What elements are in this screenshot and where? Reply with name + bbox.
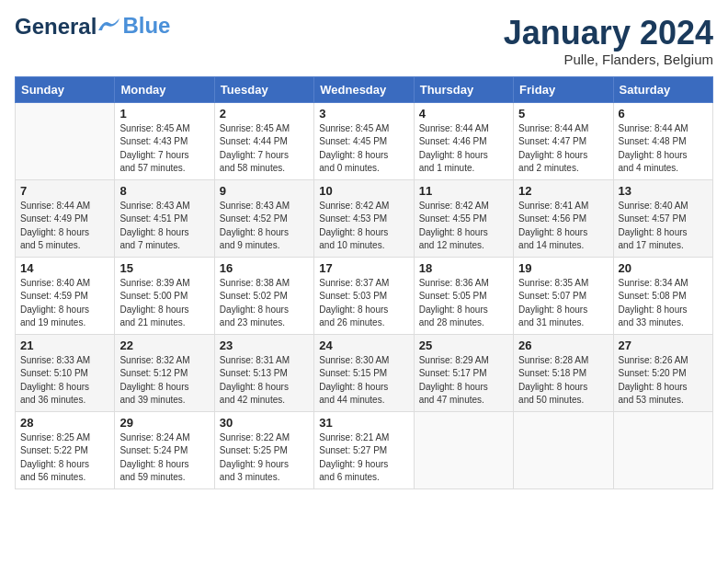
day-number: 10 xyxy=(319,184,408,198)
day-info: Sunrise: 8:45 AM Sunset: 4:43 PM Dayligh… xyxy=(119,122,209,176)
day-number: 2 xyxy=(220,107,309,121)
calendar-cell: 21Sunrise: 8:33 AM Sunset: 5:10 PM Dayli… xyxy=(16,334,115,411)
calendar-cell: 20Sunrise: 8:34 AM Sunset: 5:08 PM Dayli… xyxy=(613,257,712,334)
logo-bird-icon xyxy=(97,17,120,34)
day-of-week-header: Thursday xyxy=(414,76,513,102)
calendar-cell: 16Sunrise: 8:38 AM Sunset: 5:02 PM Dayli… xyxy=(214,257,313,334)
day-of-week-header: Saturday xyxy=(613,76,712,102)
calendar-cell xyxy=(414,411,513,488)
day-of-week-header: Friday xyxy=(514,76,613,102)
calendar-cell: 30Sunrise: 8:22 AM Sunset: 5:25 PM Dayli… xyxy=(214,411,313,488)
day-info: Sunrise: 8:43 AM Sunset: 4:51 PM Dayligh… xyxy=(119,200,209,253)
day-number: 5 xyxy=(518,107,608,121)
calendar-cell: 31Sunrise: 8:21 AM Sunset: 5:27 PM Dayli… xyxy=(314,411,414,488)
day-number: 17 xyxy=(319,261,408,275)
day-info: Sunrise: 8:22 AM Sunset: 5:25 PM Dayligh… xyxy=(220,431,309,485)
day-number: 19 xyxy=(518,261,608,275)
day-info: Sunrise: 8:35 AM Sunset: 5:07 PM Dayligh… xyxy=(518,277,608,330)
calendar-header-row: SundayMondayTuesdayWednesdayThursdayFrid… xyxy=(16,76,713,102)
day-info: Sunrise: 8:37 AM Sunset: 5:03 PM Dayligh… xyxy=(319,277,408,330)
day-info: Sunrise: 8:38 AM Sunset: 5:02 PM Dayligh… xyxy=(220,277,309,330)
day-info: Sunrise: 8:34 AM Sunset: 5:08 PM Dayligh… xyxy=(619,277,708,330)
day-number: 18 xyxy=(419,261,508,275)
day-number: 3 xyxy=(319,107,408,121)
location-subtitle: Pulle, Flanders, Belgium xyxy=(504,52,713,67)
calendar-cell: 6Sunrise: 8:44 AM Sunset: 4:48 PM Daylig… xyxy=(613,102,712,179)
calendar-cell: 14Sunrise: 8:40 AM Sunset: 4:59 PM Dayli… xyxy=(16,257,115,334)
calendar-table: SundayMondayTuesdayWednesdayThursdayFrid… xyxy=(15,76,713,489)
day-info: Sunrise: 8:39 AM Sunset: 5:00 PM Dayligh… xyxy=(119,277,209,330)
day-info: Sunrise: 8:40 AM Sunset: 4:59 PM Dayligh… xyxy=(20,277,109,330)
calendar-cell: 26Sunrise: 8:28 AM Sunset: 5:18 PM Dayli… xyxy=(514,334,613,411)
day-info: Sunrise: 8:29 AM Sunset: 5:17 PM Dayligh… xyxy=(419,354,508,408)
day-info: Sunrise: 8:33 AM Sunset: 5:10 PM Dayligh… xyxy=(20,354,109,408)
day-info: Sunrise: 8:28 AM Sunset: 5:18 PM Dayligh… xyxy=(518,354,608,408)
calendar-week-row: 28Sunrise: 8:25 AM Sunset: 5:22 PM Dayli… xyxy=(16,411,713,488)
logo-text: GeneralBlue xyxy=(15,15,170,38)
day-info: Sunrise: 8:45 AM Sunset: 4:44 PM Dayligh… xyxy=(220,122,309,176)
logo-general: General xyxy=(15,14,97,39)
calendar-cell: 23Sunrise: 8:31 AM Sunset: 5:13 PM Dayli… xyxy=(214,334,313,411)
calendar-cell xyxy=(514,411,613,488)
day-number: 12 xyxy=(518,184,608,198)
calendar-cell: 15Sunrise: 8:39 AM Sunset: 5:00 PM Dayli… xyxy=(115,257,214,334)
day-info: Sunrise: 8:26 AM Sunset: 5:20 PM Dayligh… xyxy=(619,354,708,408)
day-info: Sunrise: 8:25 AM Sunset: 5:22 PM Dayligh… xyxy=(20,431,109,485)
day-number: 26 xyxy=(518,339,608,352)
calendar-cell: 3Sunrise: 8:45 AM Sunset: 4:45 PM Daylig… xyxy=(314,102,414,179)
calendar-cell: 4Sunrise: 8:44 AM Sunset: 4:46 PM Daylig… xyxy=(414,102,513,179)
calendar-cell: 17Sunrise: 8:37 AM Sunset: 5:03 PM Dayli… xyxy=(314,257,414,334)
calendar-week-row: 14Sunrise: 8:40 AM Sunset: 4:59 PM Dayli… xyxy=(16,257,713,334)
day-number: 28 xyxy=(20,416,109,430)
calendar-cell: 12Sunrise: 8:41 AM Sunset: 4:56 PM Dayli… xyxy=(514,179,613,257)
day-info: Sunrise: 8:45 AM Sunset: 4:45 PM Dayligh… xyxy=(319,122,408,176)
calendar-week-row: 21Sunrise: 8:33 AM Sunset: 5:10 PM Dayli… xyxy=(16,334,713,411)
calendar-week-row: 7Sunrise: 8:44 AM Sunset: 4:49 PM Daylig… xyxy=(16,179,713,257)
day-info: Sunrise: 8:42 AM Sunset: 4:55 PM Dayligh… xyxy=(419,200,508,253)
calendar-cell: 11Sunrise: 8:42 AM Sunset: 4:55 PM Dayli… xyxy=(414,179,513,257)
title-area: January 2024 Pulle, Flanders, Belgium xyxy=(504,15,713,67)
calendar-cell: 9Sunrise: 8:43 AM Sunset: 4:52 PM Daylig… xyxy=(214,179,313,257)
month-title: January 2024 xyxy=(504,15,713,52)
day-number: 8 xyxy=(119,184,209,198)
calendar-cell: 25Sunrise: 8:29 AM Sunset: 5:17 PM Dayli… xyxy=(414,334,513,411)
calendar-cell: 19Sunrise: 8:35 AM Sunset: 5:07 PM Dayli… xyxy=(514,257,613,334)
day-number: 11 xyxy=(419,184,508,198)
calendar-cell: 24Sunrise: 8:30 AM Sunset: 5:15 PM Dayli… xyxy=(314,334,414,411)
day-info: Sunrise: 8:21 AM Sunset: 5:27 PM Dayligh… xyxy=(319,431,408,485)
day-number: 29 xyxy=(119,416,209,430)
day-number: 24 xyxy=(319,339,408,352)
calendar-cell: 18Sunrise: 8:36 AM Sunset: 5:05 PM Dayli… xyxy=(414,257,513,334)
calendar-cell: 10Sunrise: 8:42 AM Sunset: 4:53 PM Dayli… xyxy=(314,179,414,257)
day-number: 27 xyxy=(619,339,708,352)
day-number: 23 xyxy=(220,339,309,352)
calendar-cell: 13Sunrise: 8:40 AM Sunset: 4:57 PM Dayli… xyxy=(613,179,712,257)
calendar-cell xyxy=(613,411,712,488)
day-info: Sunrise: 8:24 AM Sunset: 5:24 PM Dayligh… xyxy=(119,431,209,485)
day-number: 25 xyxy=(419,339,508,352)
calendar-cell: 7Sunrise: 8:44 AM Sunset: 4:49 PM Daylig… xyxy=(16,179,115,257)
day-number: 15 xyxy=(119,261,209,275)
day-number: 21 xyxy=(20,339,109,352)
day-number: 31 xyxy=(319,416,408,430)
calendar-cell: 27Sunrise: 8:26 AM Sunset: 5:20 PM Dayli… xyxy=(613,334,712,411)
calendar-week-row: 1Sunrise: 8:45 AM Sunset: 4:43 PM Daylig… xyxy=(16,102,713,179)
day-number: 6 xyxy=(619,107,708,121)
page-header: GeneralBlue January 2024 Pulle, Flanders… xyxy=(15,15,713,67)
calendar-cell: 8Sunrise: 8:43 AM Sunset: 4:51 PM Daylig… xyxy=(115,179,214,257)
day-number: 1 xyxy=(119,107,209,121)
day-info: Sunrise: 8:43 AM Sunset: 4:52 PM Dayligh… xyxy=(220,200,309,253)
day-number: 30 xyxy=(220,416,309,430)
day-info: Sunrise: 8:44 AM Sunset: 4:48 PM Dayligh… xyxy=(619,122,708,176)
calendar-cell xyxy=(16,102,115,179)
day-info: Sunrise: 8:30 AM Sunset: 5:15 PM Dayligh… xyxy=(319,354,408,408)
day-of-week-header: Tuesday xyxy=(214,76,313,102)
calendar-cell: 2Sunrise: 8:45 AM Sunset: 4:44 PM Daylig… xyxy=(214,102,313,179)
day-number: 4 xyxy=(419,107,508,121)
day-number: 7 xyxy=(20,184,109,198)
day-info: Sunrise: 8:44 AM Sunset: 4:46 PM Dayligh… xyxy=(419,122,508,176)
day-info: Sunrise: 8:32 AM Sunset: 5:12 PM Dayligh… xyxy=(119,354,209,408)
day-number: 13 xyxy=(619,184,708,198)
day-number: 20 xyxy=(619,261,708,275)
day-number: 22 xyxy=(119,339,209,352)
